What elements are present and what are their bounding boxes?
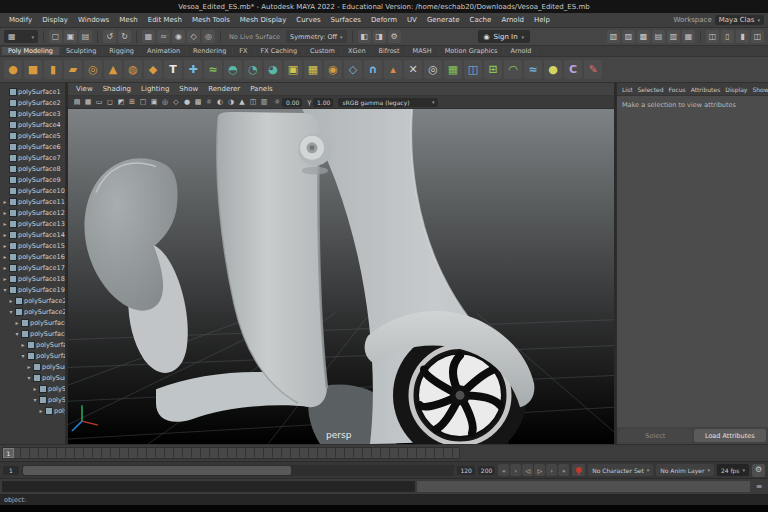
symmetry-model-icon[interactable]: ▩ [637, 30, 650, 43]
symmetry-dropdown[interactable]: Symmetry: Off ▾ [286, 30, 347, 43]
no-live-surface-label[interactable]: No Live Surface [226, 33, 283, 41]
boolean-difference-icon[interactable]: ◔ [244, 60, 262, 79]
exposure-field[interactable]: 0.00 [282, 98, 302, 107]
fps-dropdown[interactable]: 24 fps ▾ [717, 464, 749, 476]
curve-tool-icon[interactable]: ≈ [524, 60, 542, 79]
auto-key-button[interactable] [572, 464, 585, 476]
menu-item[interactable]: Generate [422, 16, 465, 24]
sign-in-button[interactable]: ◉ Sign In ▾ [478, 30, 531, 43]
attribute-editor-tab[interactable]: Focus [669, 86, 686, 93]
shadows-icon[interactable]: ◐ [215, 99, 225, 106]
expand-arrow-icon[interactable]: ▸ [38, 407, 44, 414]
animation-start-field[interactable]: 1 [3, 466, 19, 475]
snap-plane-icon[interactable]: ◇ [187, 30, 200, 43]
time-slider-track[interactable]: 1 [2, 447, 460, 459]
gamma-field[interactable]: 1.00 [313, 98, 333, 107]
expand-arrow-icon[interactable]: ▾ [26, 374, 32, 381]
render-icon[interactable]: ◧ [358, 30, 371, 43]
expand-arrow-icon[interactable]: ▸ [2, 275, 8, 282]
poly-torus-icon[interactable]: ◎ [84, 60, 102, 79]
outliner-item[interactable]: ▸ polySurface20 [0, 295, 65, 306]
outliner-item[interactable]: polySurface1 [0, 86, 65, 97]
menu-item[interactable]: UV [402, 16, 422, 24]
shelf-tab[interactable]: Poly Modeling [2, 47, 60, 55]
camera-lock-icon[interactable]: ▤ [72, 99, 82, 106]
outliner-item[interactable]: ▾ polySurface21 [0, 306, 65, 317]
anti-alias-icon[interactable]: ▲ [237, 99, 247, 106]
file-new-icon[interactable]: ▢ [49, 30, 62, 43]
outliner-item[interactable]: polySurface7 [0, 152, 65, 163]
multi-cut-icon[interactable]: ✕ [404, 60, 422, 79]
outliner-item[interactable]: ▾ polySurface27 [0, 372, 65, 383]
undo-icon[interactable]: ↺ [103, 30, 116, 43]
combine-icon[interactable]: ▣ [284, 60, 302, 79]
expand-arrow-icon[interactable]: ▸ [2, 231, 8, 238]
viewport-menu-item[interactable]: View [76, 85, 93, 93]
outliner-item[interactable]: ▸ polySurface26 [0, 361, 65, 372]
outliner-item[interactable]: ▾ polySurface19 [0, 284, 65, 295]
film-gate-icon[interactable]: ▭ [94, 99, 104, 106]
safe-action-icon[interactable]: □ [138, 99, 148, 106]
grid-toggle-icon[interactable]: ▦ [83, 99, 93, 106]
attribute-editor-tab[interactable]: Display [725, 86, 747, 93]
expand-arrow-icon[interactable]: ▸ [14, 319, 20, 326]
workspace-dropdown[interactable]: Maya Clas ▾ [715, 15, 764, 25]
menu-item[interactable]: Edit Mesh [143, 16, 187, 24]
shelf-tab[interactable]: Rendering [187, 47, 233, 55]
shelf-tab[interactable]: Sculpting [60, 47, 103, 55]
input-connections-icon[interactable]: ▥ [667, 30, 680, 43]
render-settings-icon[interactable]: ⚙ [388, 30, 401, 43]
menu-item[interactable]: Modify [4, 16, 37, 24]
shelf-tab[interactable]: Custom [304, 47, 342, 55]
exposure-icon[interactable]: ☼ [274, 98, 280, 106]
menu-item[interactable]: Display [37, 16, 73, 24]
two-sided-icon[interactable]: ◫ [248, 99, 258, 106]
xray-icon[interactable]: ▥ [259, 99, 269, 106]
file-save-icon[interactable]: ▤ [79, 30, 92, 43]
textured-icon[interactable]: ▩ [193, 99, 203, 106]
viewport-menu-item[interactable]: Lighting [141, 85, 169, 93]
use-lights-icon[interactable]: ☼ [204, 99, 214, 106]
gate-mask-icon[interactable]: ◩ [116, 99, 126, 106]
highlight-selection-icon[interactable]: ▧ [607, 30, 620, 43]
bend-deformer-icon[interactable]: ◠ [504, 60, 522, 79]
outliner-item[interactable]: ▾ polySurface23 [0, 328, 65, 339]
redo-icon[interactable]: ↻ [118, 30, 131, 43]
expand-arrow-icon[interactable]: ▸ [2, 242, 8, 249]
outliner-item[interactable]: ▸ polySurface24 [0, 339, 65, 350]
menu-item[interactable]: Mesh Display [235, 16, 291, 24]
boolean-intersect-icon[interactable]: ◕ [264, 60, 282, 79]
expand-arrow-icon[interactable]: ▸ [20, 341, 26, 348]
svg-tool-icon[interactable]: ✚ [184, 60, 202, 79]
snap-point-icon[interactable]: ◉ [172, 30, 185, 43]
outliner-item[interactable]: polySurface6 [0, 141, 65, 152]
mirror-icon[interactable]: ◫ [464, 60, 482, 79]
current-frame-indicator[interactable]: 1 [3, 448, 14, 458]
toggle-channel-box-icon[interactable]: ◫ [751, 30, 764, 43]
outliner-item[interactable]: ▸ polySurface16 [0, 251, 65, 262]
outliner-item[interactable]: polySurface10 [0, 185, 65, 196]
cluster-icon[interactable]: C [564, 60, 582, 79]
shelf-tab[interactable]: Motion Graphics [439, 47, 505, 55]
lattice-icon[interactable]: ⊞ [484, 60, 502, 79]
outliner-item[interactable]: ▸ polySurface30 [0, 405, 65, 416]
menu-item[interactable]: Arnold [496, 16, 529, 24]
character-set-dropdown[interactable]: No Character Set ▾ [588, 464, 653, 476]
poly-cone-icon[interactable]: ▲ [104, 60, 122, 79]
expand-arrow-icon[interactable]: ▾ [14, 330, 20, 337]
viewport-menu-item[interactable]: Renderer [208, 85, 240, 93]
snap-view-icon[interactable]: ◎ [202, 30, 215, 43]
menu-set-dropdown[interactable]: ▦ ▾ [4, 30, 38, 43]
expand-arrow-icon[interactable]: ▸ [32, 385, 38, 392]
menu-item[interactable]: Windows [73, 16, 114, 24]
isolate-select-icon[interactable]: ◎ [160, 99, 170, 106]
construction-history-icon[interactable]: ▤ [652, 30, 665, 43]
target-weld-icon[interactable]: ◎ [424, 60, 442, 79]
expand-arrow-icon[interactable]: ▸ [8, 297, 14, 304]
playback-options-icon[interactable]: ⚙ [752, 464, 765, 477]
expand-arrow-icon[interactable]: ▸ [2, 198, 8, 205]
anim-layer-dropdown[interactable]: No Anim Layer ▾ [656, 464, 714, 476]
ipr-render-icon[interactable]: ◨ [373, 30, 386, 43]
attribute-editor-tab[interactable]: Selected [638, 86, 664, 93]
outliner-item[interactable]: ▸ polySurface14 [0, 229, 65, 240]
